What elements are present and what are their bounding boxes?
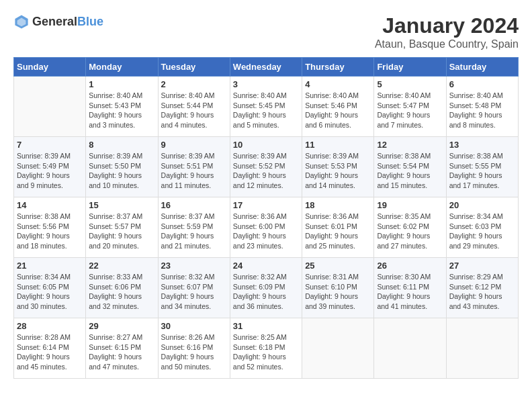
- day-info: Sunrise: 8:40 AM Sunset: 5:46 PM Dayligh…: [305, 91, 371, 130]
- day-number: 14: [17, 200, 83, 210]
- day-number: 29: [89, 321, 154, 331]
- header: GeneralBlue January 2024 Ataun, Basque C…: [13, 13, 519, 50]
- calendar-header-sunday: Sunday: [14, 58, 86, 77]
- calendar-header-tuesday: Tuesday: [158, 58, 230, 77]
- calendar-cell: 20Sunrise: 8:34 AM Sunset: 6:03 PM Dayli…: [446, 197, 518, 258]
- day-number: 5: [377, 79, 443, 89]
- day-number: 15: [89, 200, 154, 210]
- logo-general: GeneralBlue: [32, 15, 103, 29]
- calendar-header-thursday: Thursday: [302, 58, 374, 77]
- day-info: Sunrise: 8:38 AM Sunset: 5:54 PM Dayligh…: [377, 151, 443, 191]
- calendar-cell: 26Sunrise: 8:30 AM Sunset: 6:11 PM Dayli…: [374, 258, 446, 318]
- title-section: January 2024 Ataun, Basque Country, Spai…: [375, 13, 519, 50]
- calendar-week-5: 28Sunrise: 8:28 AM Sunset: 6:14 PM Dayli…: [14, 318, 519, 379]
- day-info: Sunrise: 8:29 AM Sunset: 6:12 PM Dayligh…: [449, 272, 515, 312]
- calendar-cell: 5Sunrise: 8:40 AM Sunset: 5:47 PM Daylig…: [374, 77, 446, 137]
- calendar-cell: 17Sunrise: 8:36 AM Sunset: 6:00 PM Dayli…: [230, 197, 302, 258]
- subtitle: Ataun, Basque Country, Spain: [375, 38, 519, 50]
- calendar-cell: 31Sunrise: 8:25 AM Sunset: 6:18 PM Dayli…: [230, 318, 302, 379]
- calendar-week-4: 21Sunrise: 8:34 AM Sunset: 6:05 PM Dayli…: [14, 258, 519, 318]
- day-info: Sunrise: 8:34 AM Sunset: 6:03 PM Dayligh…: [449, 212, 515, 251]
- calendar-cell: 7Sunrise: 8:39 AM Sunset: 5:49 PM Daylig…: [14, 137, 86, 197]
- calendar-cell: 16Sunrise: 8:37 AM Sunset: 5:59 PM Dayli…: [158, 197, 230, 258]
- main-title: January 2024: [375, 13, 519, 38]
- day-info: Sunrise: 8:40 AM Sunset: 5:48 PM Dayligh…: [449, 91, 515, 130]
- calendar-cell: 21Sunrise: 8:34 AM Sunset: 6:05 PM Dayli…: [14, 258, 86, 318]
- calendar-cell: 23Sunrise: 8:32 AM Sunset: 6:07 PM Dayli…: [158, 258, 230, 318]
- calendar-header-saturday: Saturday: [446, 58, 518, 77]
- logo: GeneralBlue: [13, 13, 103, 30]
- calendar-header-monday: Monday: [86, 58, 158, 77]
- day-number: 18: [305, 200, 371, 210]
- day-info: Sunrise: 8:40 AM Sunset: 5:43 PM Dayligh…: [89, 91, 154, 130]
- day-number: 11: [305, 140, 371, 150]
- day-number: 22: [89, 261, 154, 271]
- calendar-header-friday: Friday: [374, 58, 446, 77]
- day-number: 3: [233, 79, 299, 89]
- day-info: Sunrise: 8:31 AM Sunset: 6:10 PM Dayligh…: [305, 272, 371, 312]
- day-number: 19: [377, 200, 443, 210]
- day-info: Sunrise: 8:38 AM Sunset: 5:56 PM Dayligh…: [17, 212, 83, 251]
- day-info: Sunrise: 8:30 AM Sunset: 6:11 PM Dayligh…: [377, 272, 443, 312]
- day-number: 10: [233, 140, 299, 150]
- calendar-cell: 11Sunrise: 8:39 AM Sunset: 5:53 PM Dayli…: [302, 137, 374, 197]
- day-info: Sunrise: 8:39 AM Sunset: 5:53 PM Dayligh…: [305, 151, 371, 191]
- calendar-week-2: 7Sunrise: 8:39 AM Sunset: 5:49 PM Daylig…: [14, 137, 519, 197]
- calendar-cell: 14Sunrise: 8:38 AM Sunset: 5:56 PM Dayli…: [14, 197, 86, 258]
- calendar-cell: 28Sunrise: 8:28 AM Sunset: 6:14 PM Dayli…: [14, 318, 86, 379]
- calendar-cell: 24Sunrise: 8:32 AM Sunset: 6:09 PM Dayli…: [230, 258, 302, 318]
- day-number: 31: [233, 321, 299, 331]
- calendar-week-3: 14Sunrise: 8:38 AM Sunset: 5:56 PM Dayli…: [14, 197, 519, 258]
- day-number: 21: [17, 261, 83, 271]
- day-number: 6: [449, 79, 515, 89]
- day-number: 23: [161, 261, 227, 271]
- day-info: Sunrise: 8:40 AM Sunset: 5:44 PM Dayligh…: [161, 91, 227, 130]
- day-info: Sunrise: 8:32 AM Sunset: 6:07 PM Dayligh…: [161, 272, 227, 312]
- day-info: Sunrise: 8:39 AM Sunset: 5:51 PM Dayligh…: [161, 151, 227, 191]
- calendar-cell: 4Sunrise: 8:40 AM Sunset: 5:46 PM Daylig…: [302, 77, 374, 137]
- day-info: Sunrise: 8:35 AM Sunset: 6:02 PM Dayligh…: [377, 212, 443, 251]
- day-number: 12: [377, 140, 443, 150]
- day-info: Sunrise: 8:38 AM Sunset: 5:55 PM Dayligh…: [449, 151, 515, 191]
- calendar-cell: 9Sunrise: 8:39 AM Sunset: 5:51 PM Daylig…: [158, 137, 230, 197]
- logo-general-text: General: [32, 15, 77, 28]
- day-number: 4: [305, 79, 371, 89]
- calendar-cell: 6Sunrise: 8:40 AM Sunset: 5:48 PM Daylig…: [446, 77, 518, 137]
- calendar: SundayMondayTuesdayWednesdayThursdayFrid…: [13, 57, 519, 379]
- day-number: 2: [161, 79, 227, 89]
- day-number: 27: [449, 261, 515, 271]
- day-number: 28: [17, 321, 83, 331]
- day-number: 8: [89, 140, 154, 150]
- day-info: Sunrise: 8:26 AM Sunset: 6:16 PM Dayligh…: [161, 332, 227, 372]
- day-number: 9: [161, 140, 227, 150]
- day-number: 13: [449, 140, 515, 150]
- day-number: 26: [377, 261, 443, 271]
- calendar-cell: 12Sunrise: 8:38 AM Sunset: 5:54 PM Dayli…: [374, 137, 446, 197]
- day-info: Sunrise: 8:36 AM Sunset: 6:00 PM Dayligh…: [233, 212, 299, 251]
- calendar-cell: 15Sunrise: 8:37 AM Sunset: 5:57 PM Dayli…: [86, 197, 158, 258]
- calendar-cell: [14, 77, 86, 137]
- day-number: 7: [17, 140, 83, 150]
- calendar-cell: 22Sunrise: 8:33 AM Sunset: 6:06 PM Dayli…: [86, 258, 158, 318]
- calendar-cell: 25Sunrise: 8:31 AM Sunset: 6:10 PM Dayli…: [302, 258, 374, 318]
- calendar-cell: [302, 318, 374, 379]
- calendar-cell: 2Sunrise: 8:40 AM Sunset: 5:44 PM Daylig…: [158, 77, 230, 137]
- day-number: 17: [233, 200, 299, 210]
- day-info: Sunrise: 8:34 AM Sunset: 6:05 PM Dayligh…: [17, 272, 83, 312]
- day-info: Sunrise: 8:39 AM Sunset: 5:50 PM Dayligh…: [89, 151, 154, 191]
- day-info: Sunrise: 8:28 AM Sunset: 6:14 PM Dayligh…: [17, 332, 83, 372]
- calendar-header-row: SundayMondayTuesdayWednesdayThursdayFrid…: [14, 58, 519, 77]
- day-info: Sunrise: 8:39 AM Sunset: 5:52 PM Dayligh…: [233, 151, 299, 191]
- day-info: Sunrise: 8:39 AM Sunset: 5:49 PM Dayligh…: [17, 151, 83, 191]
- day-info: Sunrise: 8:32 AM Sunset: 6:09 PM Dayligh…: [233, 272, 299, 312]
- calendar-week-1: 1Sunrise: 8:40 AM Sunset: 5:43 PM Daylig…: [14, 77, 519, 137]
- day-number: 30: [161, 321, 227, 331]
- day-info: Sunrise: 8:37 AM Sunset: 5:57 PM Dayligh…: [89, 212, 154, 251]
- logo-icon: [13, 13, 30, 30]
- calendar-cell: 18Sunrise: 8:36 AM Sunset: 6:01 PM Dayli…: [302, 197, 374, 258]
- calendar-cell: 1Sunrise: 8:40 AM Sunset: 5:43 PM Daylig…: [86, 77, 158, 137]
- day-number: 16: [161, 200, 227, 210]
- calendar-cell: 29Sunrise: 8:27 AM Sunset: 6:15 PM Dayli…: [86, 318, 158, 379]
- day-info: Sunrise: 8:40 AM Sunset: 5:47 PM Dayligh…: [377, 91, 443, 130]
- day-info: Sunrise: 8:36 AM Sunset: 6:01 PM Dayligh…: [305, 212, 371, 251]
